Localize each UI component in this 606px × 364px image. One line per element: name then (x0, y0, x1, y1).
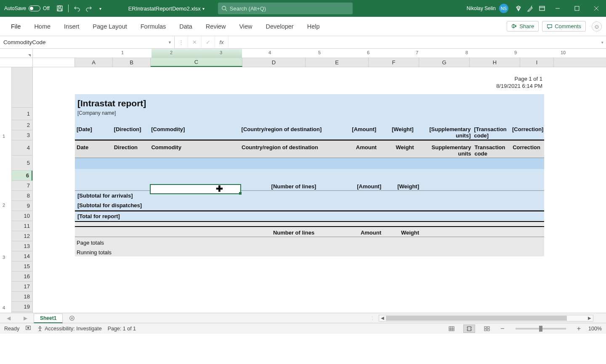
company-name: [Company name] (75, 109, 544, 120)
redo-icon[interactable] (83, 3, 95, 14)
row-6[interactable]: 6 (12, 171, 32, 181)
share-icon (511, 24, 517, 29)
tab-formulas[interactable]: Formulas (134, 17, 173, 36)
row-13[interactable]: 13 (12, 241, 32, 251)
diamond-icon[interactable] (513, 3, 524, 14)
horizontal-scrollbar[interactable]: ◀ ▶ (379, 315, 593, 322)
formula-menu-icon[interactable]: ⋮ (175, 36, 188, 48)
tab-view[interactable]: View (232, 17, 259, 36)
row-5[interactable]: 5 (12, 156, 32, 171)
col-D[interactable]: D (242, 58, 306, 67)
filename[interactable]: ERIntrastatReportDemo2.xlsx ▾ (123, 5, 210, 12)
svg-rect-1 (58, 6, 61, 8)
formula-bar[interactable] (229, 36, 598, 48)
comments-button[interactable]: Comments (542, 21, 586, 32)
row-7[interactable]: 7 (12, 181, 32, 191)
col-G[interactable]: G (419, 58, 470, 67)
scroll-left-icon[interactable]: ◀ (381, 316, 384, 320)
share-button[interactable]: Share (507, 21, 539, 32)
col-B[interactable]: B (113, 58, 151, 67)
col-H[interactable]: H (470, 58, 520, 67)
col-E[interactable]: E (306, 58, 369, 67)
row-8[interactable]: 8 (12, 191, 32, 201)
sheet-tab-sheet1[interactable]: Sheet1 (34, 314, 63, 323)
zoom-level[interactable]: 100% (588, 326, 602, 332)
page-totals-row: Page totals (75, 237, 544, 247)
fx-icon[interactable]: fx (215, 36, 229, 48)
save-icon[interactable] (54, 3, 66, 14)
svg-point-8 (27, 327, 29, 329)
view-normal-icon[interactable] (446, 324, 457, 333)
qat-dropdown-icon[interactable]: ▾ (95, 3, 106, 14)
tab-home[interactable]: Home (27, 17, 57, 36)
col-F[interactable]: F (369, 58, 419, 67)
scrollbar-thumb[interactable] (386, 316, 567, 321)
feedback-icon[interactable]: ☺ (592, 21, 602, 32)
tab-file[interactable]: File (4, 17, 27, 36)
maximize-button[interactable] (567, 0, 587, 17)
macro-record-icon[interactable] (25, 325, 31, 332)
add-sheet-button[interactable] (67, 313, 77, 323)
empty-data-row[interactable] (75, 169, 544, 180)
enter-formula-icon[interactable]: ✓ (202, 36, 215, 48)
minimize-button[interactable] (548, 0, 567, 17)
col-C[interactable]: C (151, 58, 242, 67)
close-button[interactable] (587, 0, 606, 17)
tab-insert[interactable]: Insert (57, 17, 86, 36)
worksheet-grid[interactable]: 1 2 3 4 1 2 3 4 5 6 7 8 9 10 11 12 13 14… (0, 67, 606, 313)
col-A[interactable]: A (75, 58, 113, 67)
accessibility-status[interactable]: Accessibility: Investigate (37, 326, 101, 332)
name-box[interactable]: CommodityCode ▼ (0, 36, 175, 48)
namebox-dropdown-icon[interactable]: ▼ (168, 40, 172, 45)
split-grip-icon[interactable]: ⋮ (370, 316, 375, 320)
ribbon-mode-icon[interactable] (536, 3, 548, 14)
zoom-slider[interactable] (516, 328, 566, 330)
row-17[interactable]: 17 (12, 282, 32, 292)
row-1[interactable]: 1 (12, 108, 32, 120)
row-2[interactable]: 2 (12, 120, 32, 130)
tab-page-layout[interactable]: Page Layout (86, 17, 133, 36)
row-10[interactable]: 10 (12, 211, 32, 221)
col-I[interactable]: I (520, 58, 554, 67)
search-box[interactable] (218, 3, 353, 14)
row-19[interactable]: 19 (12, 302, 32, 312)
zoom-in-button[interactable]: + (575, 325, 582, 332)
tab-scroll-right-icon[interactable]: ▶ (24, 315, 27, 321)
svg-rect-13 (487, 327, 489, 328)
view-page-break-icon[interactable] (481, 324, 493, 333)
formula-bar-row: CommodityCode ▼ ⋮ ✕ ✓ fx ▾ (0, 36, 606, 49)
autosave-toggle[interactable]: AutoSave Off (0, 5, 54, 11)
row-15[interactable]: 15 (12, 261, 32, 272)
active-cell[interactable] (150, 184, 241, 194)
toggle-switch[interactable] (29, 5, 40, 11)
tab-review[interactable]: Review (199, 17, 233, 36)
row-18[interactable]: 18 (12, 292, 32, 302)
zoom-slider-knob[interactable] (539, 326, 542, 332)
row-14[interactable]: 14 (12, 251, 32, 261)
tab-data[interactable]: Data (173, 17, 199, 36)
selected-data-row[interactable] (75, 158, 544, 169)
scroll-right-icon[interactable]: ▶ (588, 316, 591, 320)
search-icon (221, 5, 227, 11)
tab-help[interactable]: Help (300, 17, 327, 36)
row-16[interactable]: 16 (12, 272, 32, 282)
view-page-layout-icon[interactable] (463, 324, 475, 333)
pen-icon[interactable] (524, 3, 536, 14)
row-12[interactable]: 12 (12, 231, 32, 241)
select-all-corner[interactable] (0, 49, 33, 58)
row-11[interactable]: 11 (12, 221, 32, 231)
subtotal-arrivals: [Subtotal for arrivals] (75, 191, 544, 200)
row-4[interactable]: 4 (12, 140, 32, 156)
row-3[interactable]: 3 (12, 130, 32, 140)
cancel-formula-icon[interactable]: ✕ (188, 36, 202, 48)
filename-dropdown-icon[interactable]: ▾ (202, 6, 205, 11)
row-9[interactable]: 9 (12, 201, 32, 211)
zoom-out-button[interactable]: − (499, 325, 506, 332)
tab-scroll-left-icon[interactable]: ◀ (7, 315, 11, 321)
tab-developer[interactable]: Developer (259, 17, 300, 36)
formula-expand-icon[interactable]: ▾ (598, 40, 606, 45)
search-input[interactable] (230, 5, 349, 12)
svg-rect-5 (575, 6, 579, 11)
undo-icon[interactable] (71, 3, 83, 14)
user-account[interactable]: Nikolay Selin NS (462, 4, 513, 13)
